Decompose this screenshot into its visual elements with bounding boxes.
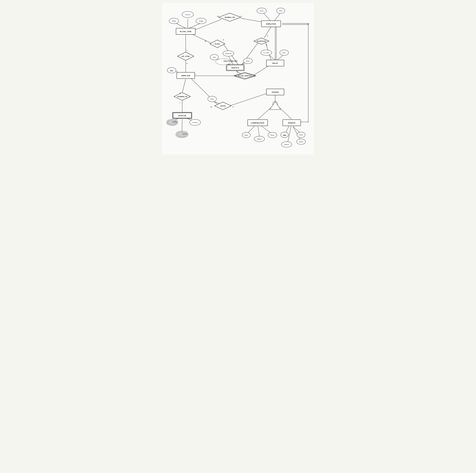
svg-text:Salary: Salary xyxy=(260,10,264,12)
attr-hangar-location: Location xyxy=(189,119,201,125)
svg-text:FLIES: FLIES xyxy=(215,43,220,45)
card-of-type-1: 1 xyxy=(186,50,187,52)
svg-text:Address: Address xyxy=(257,138,262,140)
svg-line-14 xyxy=(182,79,186,93)
entity-plane-type-label: PLANE_TYPE xyxy=(180,31,191,33)
svg-line-32 xyxy=(279,107,292,119)
attr-salary: Salary xyxy=(257,8,267,14)
entity-service: SERVICE xyxy=(226,65,244,71)
svg-text:Lic_Num: Lic_Num xyxy=(263,52,269,53)
svg-line-31 xyxy=(258,107,271,119)
svg-line-42 xyxy=(182,119,182,132)
svg-text:STORED_IN: STORED_IN xyxy=(177,95,187,98)
attr-date: Date xyxy=(210,54,219,60)
rel-stored-in: STORED_IN xyxy=(174,93,190,100)
svg-text:Weight: Weight xyxy=(199,20,203,22)
card-plane-svc-1: 1 xyxy=(195,73,196,75)
svg-text:WORKS_ON: WORKS_ON xyxy=(224,16,235,18)
entity-pilot: PILOT xyxy=(266,60,284,66)
attr-reg-num: Reg# xyxy=(167,68,176,73)
entity-employee: EMPLOYEE xyxy=(261,21,281,27)
card-works-on-n: N xyxy=(241,16,242,17)
rel-maintain: MAINTAIN xyxy=(254,38,269,44)
svg-text:Phone: Phone xyxy=(271,134,274,136)
attr-model: Model xyxy=(169,18,179,24)
attr-hangar-capacity: Capacity xyxy=(176,131,188,138)
entity-employee-label: EMPLOYEE xyxy=(266,23,276,25)
svg-line-17 xyxy=(230,92,271,106)
svg-text:Capacity: Capacity xyxy=(185,14,190,15)
svg-line-29 xyxy=(274,13,280,21)
entity-airplane: AIRPLANE xyxy=(177,72,195,79)
svg-text:Capacity: Capacity xyxy=(182,133,187,135)
svg-line-19 xyxy=(268,54,275,60)
svg-line-33 xyxy=(247,126,255,133)
svg-text:Workcode: Workcode xyxy=(225,53,232,54)
svg-line-2 xyxy=(189,23,201,28)
svg-text:Date: Date xyxy=(213,56,216,58)
svg-text:Location: Location xyxy=(192,122,198,123)
svg-line-5 xyxy=(193,35,212,43)
entity-plane-type: PLANE_TYPE xyxy=(176,28,195,35)
entity-owner-label: OWNER xyxy=(272,91,279,93)
attr-restr: Restr xyxy=(280,50,289,55)
entity-person: PERSON xyxy=(283,120,301,126)
svg-text:SERVICE: SERVICE xyxy=(231,67,239,69)
svg-text:Reg#: Reg# xyxy=(170,70,173,71)
attr-lic-num: Lic_Num xyxy=(261,50,272,55)
svg-text:OF_TYPE: OF_TYPE xyxy=(182,55,190,57)
attr-person-ssn: Ssn xyxy=(281,132,289,138)
attr-person-address: Address xyxy=(281,142,292,147)
entity-pilot-label: PILOT xyxy=(272,62,278,64)
svg-line-28 xyxy=(263,13,271,21)
attr-hangar-number: Number xyxy=(167,119,178,125)
rel-flies: FLIES xyxy=(210,40,225,48)
card-maintain-n-emp: N xyxy=(267,35,268,37)
rel-plane-service: PLANE_SERVICE xyxy=(234,72,256,79)
card-flies-m: M xyxy=(204,40,206,42)
rel-owns: OWNS xyxy=(215,102,231,110)
svg-text:Address: Address xyxy=(284,144,289,145)
svg-text:Pdate: Pdate xyxy=(210,98,214,100)
attr-hours: Hours xyxy=(243,58,253,64)
attr-corp-address: Address xyxy=(254,136,265,142)
attr-workcode: Workcode xyxy=(223,51,234,56)
attr-pdate: Pdate xyxy=(208,96,217,102)
svg-text:Restr: Restr xyxy=(283,52,286,53)
svg-text:Name: Name xyxy=(299,134,303,136)
svg-text:Name: Name xyxy=(244,134,248,136)
svg-line-1 xyxy=(176,23,186,28)
svg-line-35 xyxy=(261,126,272,133)
attr-capacity-pt: Capacity xyxy=(182,11,193,18)
entity-person-label: PERSON xyxy=(288,122,295,124)
card-plane-svc-n: N xyxy=(237,71,238,73)
card-of-type-n: N xyxy=(186,63,187,65)
card-owns-n: N xyxy=(232,106,234,108)
attr-shift: Shift xyxy=(277,8,285,14)
svg-line-34 xyxy=(258,126,259,137)
svg-text:Phone: Phone xyxy=(299,141,303,142)
svg-text:Shift: Shift xyxy=(279,10,282,12)
entity-hangar-label: HANGAR xyxy=(178,115,186,117)
attr-corp-name: Name xyxy=(242,132,250,138)
svg-text:PLANE_SERVICE: PLANE_SERVICE xyxy=(238,75,252,77)
svg-text:MAINTAIN: MAINTAIN xyxy=(257,40,266,42)
svg-text:Number: Number xyxy=(172,121,177,123)
svg-text:Hours: Hours xyxy=(246,60,250,62)
attr-weight: Weight xyxy=(196,18,206,24)
attr-person-phone: Phone xyxy=(297,139,306,144)
card-flies-n: N xyxy=(223,39,224,41)
entity-hangar: HANGAR xyxy=(172,112,192,119)
rel-of-type: OF_TYPE xyxy=(177,52,194,60)
svg-line-48 xyxy=(308,23,309,25)
svg-line-49 xyxy=(307,23,308,25)
entity-airplane-label: AIRPLANE xyxy=(181,74,190,77)
card-stored-1: 1 xyxy=(179,102,180,104)
rel-works-on: WORKS_ON xyxy=(219,13,241,21)
svg-text:Model: Model xyxy=(172,20,176,22)
attr-date-workcode: Date/Workcode xyxy=(216,59,237,65)
svg-line-18 xyxy=(214,102,220,103)
entity-owner: OWNER xyxy=(266,89,284,95)
card-works-on-m: M xyxy=(217,16,219,17)
attr-person-name: Name xyxy=(297,132,305,138)
